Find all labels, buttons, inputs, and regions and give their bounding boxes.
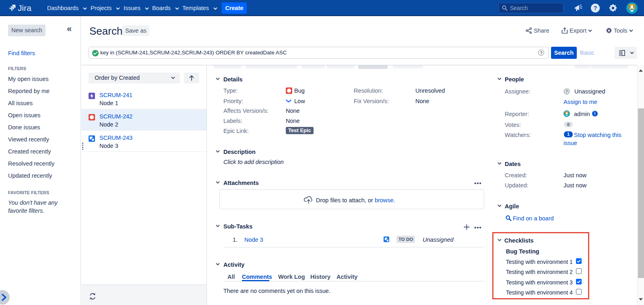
svg-text:?: ? — [566, 89, 568, 93]
svg-text:?: ? — [594, 5, 597, 11]
